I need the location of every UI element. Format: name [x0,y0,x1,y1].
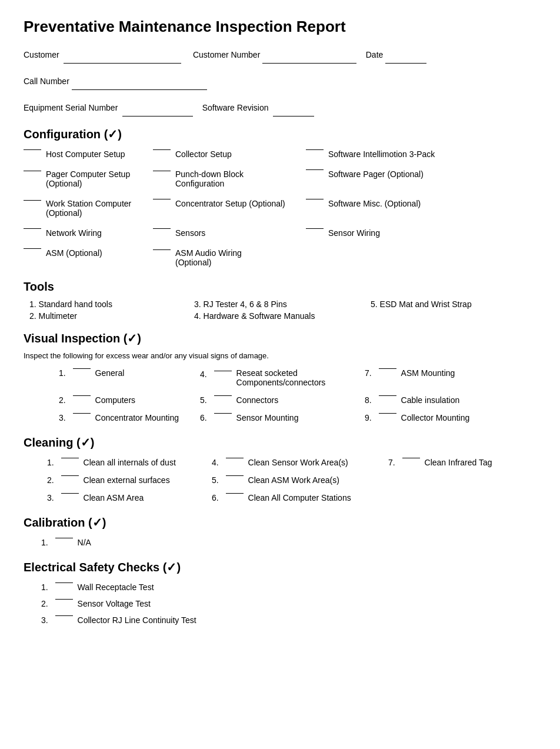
vi-item-7: 7. ASM Mounting [365,366,518,390]
clean-item-5: 5. Clean ASM Work Area(s) [212,473,388,487]
config-blank-sensors [153,228,171,229]
cleaning-section: Cleaning (✓) 1. Clean all internals of d… [24,435,536,505]
config-label-sensor-wiring: Sensor Wiring [328,228,380,238]
clean-num-6: 6. [212,493,219,502]
clean-blank-2 [61,475,79,476]
config-item-concentrator: Concentrator Setup (Optional) [153,197,306,220]
vi-blank-7 [379,368,396,369]
cleaning-check: ✓ [81,436,91,449]
config-label-collector: Collector Setup [175,149,232,159]
calibration-blank-1 [55,538,73,538]
vi-num-8: 8. [365,395,372,405]
electrical-label-3: Collector RJ Line Continuity Test [78,615,196,625]
config-label-software-pager: Software Pager (Optional) [328,169,424,179]
vi-item-4: 4. Reseat socketedComponents/connectors [200,366,365,390]
vi-blank-2 [73,395,91,396]
vi-num-6: 6. [200,413,207,422]
cleaning-title: Cleaning (✓) [24,435,536,450]
clean-label-2: Clean external surfaces [84,475,170,485]
config-blank-pager [24,171,41,171]
customer-number-label: Customer Number [193,50,260,59]
calibration-list: 1. N/A [41,535,536,550]
software-revision-field [273,99,314,116]
vi-label-8: Cable insulation [401,395,460,405]
tool-item-4: 4. Hardware & Software Manuals [194,311,371,321]
config-blank-workstation [24,200,41,201]
header-row-1: Customer Customer Number Date [24,46,536,64]
visual-inspection-section: Visual Inspection (✓) Inspect the follow… [24,331,536,425]
clean-item-7: 7. Clean Infrared Tag [388,455,541,470]
vi-label-5: Connectors [236,395,279,405]
vi-item-3: 3. Concentrator Mounting [59,411,200,425]
vi-label-7: ASM Mounting [401,368,455,378]
vi-blank-3 [73,413,91,414]
clean-blank-1 [61,458,79,458]
electrical-safety-title: Electrical Safety Checks (✓) [24,560,536,574]
date-label: Date [366,50,384,59]
header-row-3: Equipment Serial Number Software Revisio… [24,99,536,116]
vi-num-5: 5. [200,395,207,405]
electrical-list: 1. Wall Receptacle Test 2. Sensor Voltag… [41,580,536,627]
vi-item-6: 6. Sensor Mounting [200,411,365,425]
vi-label-9: Collector Mounting [401,413,470,422]
tool-item-empty [371,311,524,321]
vi-blank-6 [214,413,232,414]
config-blank-host [24,149,41,150]
clean-label-7: Clean Infrared Tag [425,458,492,467]
cleaning-grid: 1. Clean all internals of dust 4. Clean … [47,455,536,505]
config-label-network: Network Wiring [46,228,102,238]
clean-label-1: Clean all internals of dust [84,458,176,467]
config-blank-software-pager [306,169,324,170]
vi-blank-9 [379,413,396,414]
config-blank-software-misc [306,199,324,199]
clean-item-4: 4. Clean Sensor Work Area(s) [212,455,388,470]
electrical-item-1: 1. Wall Receptacle Test [41,580,536,594]
config-blank-collector [153,149,171,150]
clean-num-7: 7. [388,458,395,467]
config-blank-punchdown [153,171,171,171]
customer-number-field [262,46,356,64]
config-label-punchdown: Punch-down BlockConfiguration [175,169,244,188]
vi-num-2: 2. [59,395,66,405]
config-item-empty [306,246,482,269]
visual-check: ✓ [127,332,137,345]
config-label-pager: Pager Computer Setup(Optional) [46,169,130,188]
customer-field [64,46,181,64]
equipment-serial-field [122,99,193,116]
vi-item-9: 9. Collector Mounting [365,411,518,425]
page-title: Preventative Maintenance Inspection Repo… [24,18,536,36]
visual-inspection-description: Inspect the following for excess wear an… [24,351,536,360]
config-check: ✓ [108,128,118,141]
config-label-concentrator: Concentrator Setup (Optional) [175,199,285,208]
clean-item-3: 3. Clean ASM Area [47,491,212,505]
clean-label-6: Clean All Computer Stations [248,493,351,502]
clean-num-4: 4. [212,458,219,467]
config-item-host: Host Computer Setup [24,147,153,161]
tools-grid: 1. Standard hand tools 3. RJ Tester 4, 6… [29,299,536,321]
clean-blank-7 [402,458,420,458]
vi-label-1: General [95,368,125,378]
calibration-num-1: 1. [41,538,48,547]
vi-blank-4 [214,371,232,371]
electrical-num-1: 1. [41,582,48,592]
electrical-label-1: Wall Receptacle Test [78,582,154,592]
config-label-host: Host Computer Setup [46,149,125,159]
electrical-num-3: 3. [41,615,48,625]
date-field [385,46,426,64]
customer-label: Customer [24,50,59,59]
config-item-pager: Pager Computer Setup(Optional) [24,167,153,191]
vi-num-7: 7. [365,368,372,378]
config-item-punchdown: Punch-down BlockConfiguration [153,167,306,191]
equipment-serial-label: Equipment Serial Number [24,103,118,112]
clean-item-empty-2 [388,491,541,505]
config-item-sensors: Sensors [153,226,306,240]
configuration-title: Configuration (✓) [24,127,536,141]
configuration-section: Configuration (✓) Host Computer Setup Co… [24,127,536,269]
config-item-intellimotion: Software Intellimotion 3-Pack [306,147,482,161]
vi-label-2: Computers [95,395,135,405]
vi-num-3: 3. [59,413,66,422]
calibration-check: ✓ [92,516,102,529]
tool-item-3: 3. RJ Tester 4, 6 & 8 Pins [194,299,371,309]
electrical-num-2: 2. [41,599,48,608]
electrical-blank-1 [55,582,73,583]
